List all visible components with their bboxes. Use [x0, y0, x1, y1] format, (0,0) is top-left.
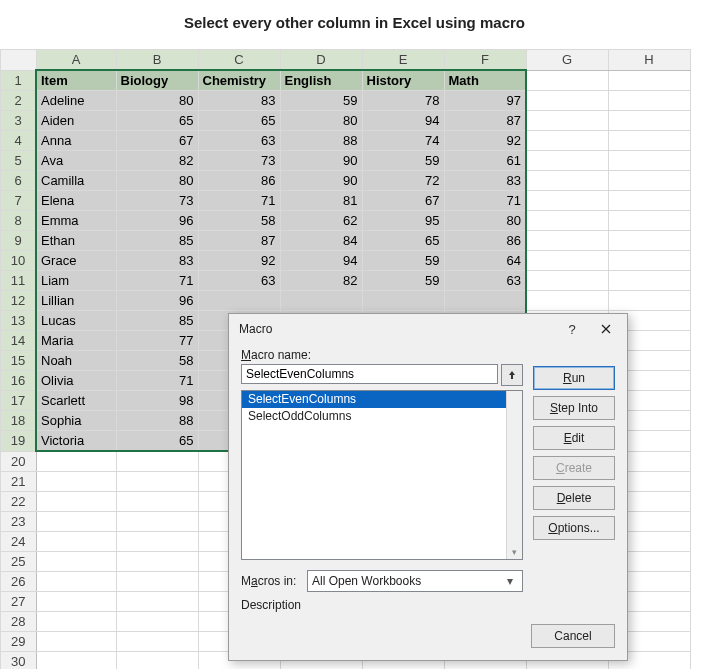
- cell[interactable]: [608, 70, 690, 91]
- cell[interactable]: 59: [362, 251, 444, 271]
- row-header[interactable]: 19: [1, 431, 37, 452]
- scroll-down-icon[interactable]: ▾: [507, 544, 522, 559]
- cell[interactable]: 65: [116, 111, 198, 131]
- cell[interactable]: [526, 231, 608, 251]
- cell[interactable]: Sophia: [36, 411, 116, 431]
- cell[interactable]: 94: [362, 111, 444, 131]
- cell[interactable]: [608, 191, 690, 211]
- cell[interactable]: 73: [198, 151, 280, 171]
- cell[interactable]: [116, 472, 198, 492]
- cell[interactable]: [116, 532, 198, 552]
- cell[interactable]: Chemistry: [198, 70, 280, 91]
- cell[interactable]: [36, 612, 116, 632]
- column-header-H[interactable]: H: [608, 50, 690, 71]
- row-header[interactable]: 4: [1, 131, 37, 151]
- row-header[interactable]: 24: [1, 532, 37, 552]
- row-header[interactable]: 21: [1, 472, 37, 492]
- cell[interactable]: [36, 552, 116, 572]
- cell[interactable]: 71: [444, 191, 526, 211]
- cell[interactable]: 85: [116, 311, 198, 331]
- row-header[interactable]: 26: [1, 572, 37, 592]
- close-button[interactable]: [589, 317, 623, 341]
- macro-name-input[interactable]: [241, 364, 498, 384]
- step-into-button[interactable]: Step Into: [533, 396, 615, 420]
- cell[interactable]: 82: [280, 271, 362, 291]
- cell[interactable]: 86: [444, 231, 526, 251]
- row-header[interactable]: 8: [1, 211, 37, 231]
- row-header[interactable]: 13: [1, 311, 37, 331]
- edit-button[interactable]: Edit: [533, 426, 615, 450]
- cell[interactable]: Victoria: [36, 431, 116, 452]
- cell[interactable]: [36, 572, 116, 592]
- cell[interactable]: [36, 532, 116, 552]
- cell[interactable]: [526, 291, 608, 311]
- cell[interactable]: 95: [362, 211, 444, 231]
- cell[interactable]: [526, 151, 608, 171]
- cell[interactable]: [36, 472, 116, 492]
- help-button[interactable]: ?: [555, 317, 589, 341]
- cell[interactable]: 83: [198, 91, 280, 111]
- cell[interactable]: 65: [116, 431, 198, 452]
- cell[interactable]: [526, 251, 608, 271]
- cell[interactable]: [608, 171, 690, 191]
- cell[interactable]: 90: [280, 171, 362, 191]
- cell[interactable]: [116, 612, 198, 632]
- cell[interactable]: 58: [116, 351, 198, 371]
- cell[interactable]: [116, 512, 198, 532]
- cell[interactable]: 92: [444, 131, 526, 151]
- cell[interactable]: Olivia: [36, 371, 116, 391]
- cell[interactable]: 64: [444, 251, 526, 271]
- cell[interactable]: 87: [198, 231, 280, 251]
- row-header[interactable]: 17: [1, 391, 37, 411]
- cell[interactable]: 65: [198, 111, 280, 131]
- options-button[interactable]: Options...: [533, 516, 615, 540]
- cell[interactable]: 63: [444, 271, 526, 291]
- cell[interactable]: 88: [280, 131, 362, 151]
- row-header[interactable]: 30: [1, 652, 37, 670]
- macro-list[interactable]: SelectEvenColumnsSelectOddColumns ▾: [241, 390, 523, 560]
- row-header[interactable]: 25: [1, 552, 37, 572]
- cell[interactable]: 96: [116, 211, 198, 231]
- cell[interactable]: 87: [444, 111, 526, 131]
- row-header[interactable]: 15: [1, 351, 37, 371]
- cell[interactable]: 80: [116, 171, 198, 191]
- cell[interactable]: 84: [280, 231, 362, 251]
- cancel-button[interactable]: Cancel: [531, 624, 615, 648]
- row-header[interactable]: 5: [1, 151, 37, 171]
- cell[interactable]: 63: [198, 131, 280, 151]
- reference-button[interactable]: [501, 364, 523, 386]
- cell[interactable]: [526, 111, 608, 131]
- cell[interactable]: Liam: [36, 271, 116, 291]
- cell[interactable]: [608, 111, 690, 131]
- run-button[interactable]: Run: [533, 366, 615, 390]
- cell[interactable]: 81: [280, 191, 362, 211]
- cell[interactable]: 73: [116, 191, 198, 211]
- cell[interactable]: 71: [116, 371, 198, 391]
- cell[interactable]: 94: [280, 251, 362, 271]
- cell[interactable]: Math: [444, 70, 526, 91]
- cell[interactable]: 80: [444, 211, 526, 231]
- cell[interactable]: 58: [198, 211, 280, 231]
- cell[interactable]: [116, 572, 198, 592]
- cell[interactable]: 71: [198, 191, 280, 211]
- cell[interactable]: [526, 211, 608, 231]
- column-header-B[interactable]: B: [116, 50, 198, 71]
- row-header[interactable]: 12: [1, 291, 37, 311]
- cell[interactable]: Camilla: [36, 171, 116, 191]
- cell[interactable]: 61: [444, 151, 526, 171]
- cell[interactable]: Lillian: [36, 291, 116, 311]
- cell[interactable]: [608, 251, 690, 271]
- cell[interactable]: 83: [444, 171, 526, 191]
- cell[interactable]: 86: [198, 171, 280, 191]
- row-header[interactable]: 20: [1, 451, 37, 472]
- cell[interactable]: Grace: [36, 251, 116, 271]
- cell[interactable]: Elena: [36, 191, 116, 211]
- row-header[interactable]: 11: [1, 271, 37, 291]
- row-header[interactable]: 3: [1, 111, 37, 131]
- cell[interactable]: History: [362, 70, 444, 91]
- row-header[interactable]: 18: [1, 411, 37, 431]
- cell[interactable]: English: [280, 70, 362, 91]
- cell[interactable]: 78: [362, 91, 444, 111]
- cell[interactable]: Anna: [36, 131, 116, 151]
- cell[interactable]: [526, 171, 608, 191]
